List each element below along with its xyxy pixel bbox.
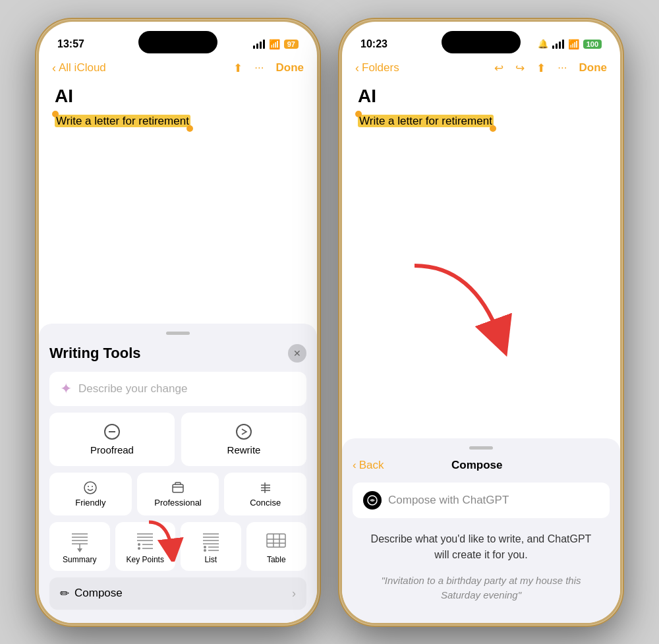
describe-input[interactable]: ✦ Describe your change [49,372,306,406]
status-icons-left: 📶 97 [253,39,299,49]
wifi-icon-left: 📶 [269,39,280,49]
key-points-icon [133,529,157,552]
compose-back-label: Back [359,459,384,472]
compose-panel-handle [469,446,493,450]
status-icons-right: 🔔 📶 100 [538,39,602,49]
professional-button[interactable]: Professional [137,473,219,515]
svg-point-29 [204,546,206,548]
selection-handle-top [52,111,59,117]
sparkle-icon: ✦ [60,380,72,397]
left-phone: 13:57 📶 97 ‹ All iCloud ⬆ ··· [36,19,320,626]
time-right: 10:23 [360,38,387,50]
summary-icon [68,529,92,552]
undo-icon[interactable]: ↩ [494,61,503,75]
time-left: 13:57 [57,38,84,50]
small-tools-grid: Summary Key Points [49,522,306,571]
chevron-left-icon: ‹ [52,61,56,75]
friendly-button[interactable]: Friendly [49,473,132,515]
describe-placeholder: Describe your change [78,382,187,395]
large-tools-grid: Proofread Rewrite [49,413,306,466]
rewrite-label: Rewrite [227,444,261,455]
table-button[interactable]: Table [246,522,307,571]
compose-example: "Invitation to a birthday party at my ho… [353,573,610,603]
friendly-label: Friendly [75,498,105,508]
selection-handle-bottom [186,125,193,132]
back-button-right[interactable]: ‹ Folders [355,61,399,75]
svg-rect-33 [267,534,285,547]
svg-point-23 [138,547,140,550]
dynamic-island-right [442,31,521,53]
selection-handle-bottom-right [490,125,496,132]
selection-handle-top-right [355,111,362,117]
nav-bar-left: ‹ All iCloud ⬆ ··· Done [39,59,317,80]
summary-button[interactable]: Summary [49,522,110,571]
nav-bar-right: ‹ Folders ↩ ↪ ⬆ ··· Done [342,59,620,80]
selected-text-right: Write a letter for retirement [358,115,494,127]
friendly-icon [83,481,98,495]
share-icon-right[interactable]: ⬆ [536,61,546,75]
concise-icon [258,481,273,495]
chevron-left-icon-right: ‹ [355,61,359,75]
list-label: List [204,555,217,564]
chatgpt-label: Compose with ChatGPT [388,494,509,507]
more-icon[interactable]: ··· [254,61,264,74]
compose-label-left: Compose [74,587,123,600]
svg-rect-6 [173,484,183,492]
chatgpt-icon [363,491,382,510]
signal-right [552,40,564,49]
svg-point-4 [88,486,89,487]
done-button-right[interactable]: Done [579,61,608,74]
wifi-icon-right: 📶 [568,39,579,49]
right-phone: 10:23 🔔 📶 100 ‹ Folders ↩ ↪ [339,19,623,626]
battery-left: 97 [284,40,299,49]
compose-back-button[interactable]: ‹ Back [353,459,384,472]
compose-panel-title: Compose [451,459,502,472]
content-area-left: AI Write a letter for retirement [39,80,317,133]
redo-icon[interactable]: ↪ [515,61,525,75]
proofread-icon [103,423,121,440]
nav-actions-right: ↩ ↪ ⬆ ··· Done [494,61,607,75]
note-title-right: AI [358,86,604,107]
professional-icon [171,481,185,495]
proofread-button[interactable]: Proofread [49,413,175,466]
chevron-left-compose: ‹ [353,459,357,472]
close-button[interactable]: ✕ [288,344,306,363]
svg-point-21 [138,543,140,546]
writing-tools-panel: Writing Tools ✕ ✦ Describe your change P… [39,324,317,623]
medium-tools-grid: Friendly Professional [49,473,306,515]
key-points-button[interactable]: Key Points [115,522,176,571]
list-button[interactable]: List [181,522,241,571]
concise-button[interactable]: Concise [224,473,306,515]
share-icon[interactable]: ⬆ [233,61,243,75]
summary-label: Summary [63,555,96,564]
proofread-label: Proofread [90,444,134,455]
content-area-right: AI Write a letter for retirement [342,80,620,133]
selected-text-container: Write a letter for retirement [55,115,190,128]
compose-panel: ‹ Back Compose Compose with ChatGPT Desc… [342,438,620,623]
svg-point-31 [204,549,206,552]
back-button-left[interactable]: ‹ All iCloud [52,61,106,75]
done-button-left[interactable]: Done [276,61,304,74]
compose-description: Describe what you'd like to write, and C… [353,531,610,563]
back-label-left: All iCloud [59,61,106,74]
list-icon [199,529,223,552]
nav-actions-left: ⬆ ··· Done [233,61,304,75]
rewrite-icon [235,423,252,440]
dynamic-island-left [138,31,217,53]
chatgpt-button[interactable]: Compose with ChatGPT [353,483,610,518]
bell-slash-icon: 🔔 [538,39,548,49]
panel-title: Writing Tools [49,345,141,362]
chevron-right-icon: › [292,587,296,600]
panel-header: Writing Tools ✕ [49,344,306,363]
compose-button-left[interactable]: ✏ Compose › [49,577,306,610]
compose-pencil-icon: ✏ [60,587,69,600]
signal-left [253,40,265,49]
rewrite-button[interactable]: Rewrite [181,413,306,466]
svg-point-5 [92,486,93,487]
more-icon-right[interactable]: ··· [558,61,567,74]
key-points-label: Key Points [127,555,164,564]
red-arrow-right [395,259,527,367]
table-icon [264,529,288,552]
svg-point-2 [237,424,251,439]
back-label-right: Folders [362,61,399,74]
